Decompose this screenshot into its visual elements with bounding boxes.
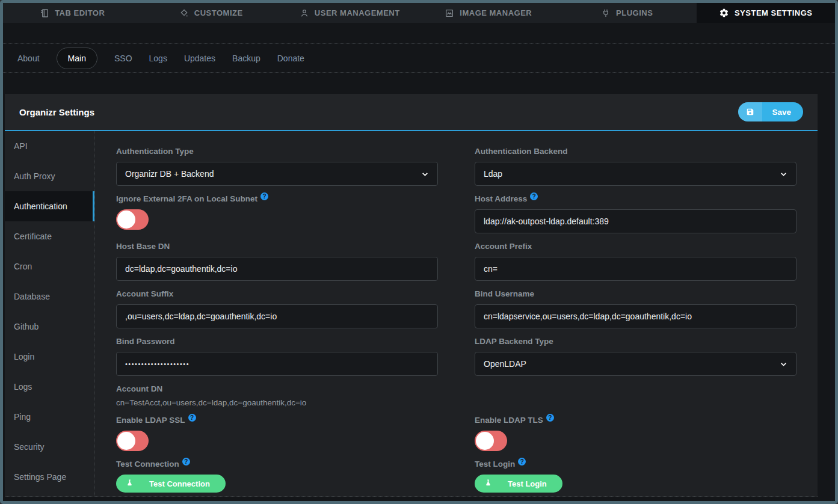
nav-label: SYSTEM SETTINGS: [735, 8, 813, 17]
field-bind-username: Bind Username: [475, 289, 796, 328]
authentication-form: Authentication Type Organizr DB + Backen…: [95, 131, 818, 496]
account-prefix-input[interactable]: [475, 257, 796, 281]
nav-system-settings[interactable]: SYSTEM SETTINGS: [697, 3, 836, 23]
field-authentication-backend: Authentication Backend Ldap: [475, 147, 796, 186]
field-label: Test Login?: [475, 459, 796, 469]
ldap-backend-type-select[interactable]: OpenLDAP: [475, 352, 796, 376]
tab-main[interactable]: Main: [57, 48, 97, 69]
button-label: Test Login: [508, 479, 547, 488]
field-label: Host Base DN: [116, 242, 438, 251]
tab-sso[interactable]: SSO: [114, 54, 132, 63]
top-navigation: TAB EDITOR CUSTOMIZE USER MANAGEMENT IMA…: [3, 3, 835, 23]
help-icon[interactable]: ?: [182, 458, 190, 466]
nav-user-management[interactable]: USER MANAGEMENT: [280, 3, 419, 23]
tab-updates[interactable]: Updates: [184, 54, 215, 63]
panel-body: API Auth Proxy Authentication Certificat…: [5, 131, 818, 496]
host-address-input[interactable]: [475, 209, 796, 233]
sidebar-item-ping[interactable]: Ping: [5, 402, 94, 432]
field-label: LDAP Backend Type: [475, 337, 796, 346]
tab-backup[interactable]: Backup: [232, 54, 260, 63]
field-account-dn: Account DN cn=TestAcct,ou=users,dc=ldap,…: [116, 384, 438, 407]
bind-password-input[interactable]: [116, 352, 438, 376]
selected-value: Organizr DB + Backend: [125, 169, 214, 179]
help-icon[interactable]: ?: [260, 192, 268, 200]
save-button[interactable]: Save: [738, 102, 803, 121]
toggle-knob: [476, 432, 494, 450]
field-host-address: Host Address?: [475, 194, 796, 233]
save-icon: [738, 102, 762, 121]
plugins-icon: [601, 8, 611, 18]
field-label: Enable LDAP SSL?: [116, 416, 438, 425]
page-title: Organizr Settings: [19, 107, 94, 117]
field-label: Enable LDAP TLS?: [475, 416, 796, 425]
app-window: TAB EDITOR CUSTOMIZE USER MANAGEMENT IMA…: [0, 0, 838, 504]
sidebar-item-settings-page[interactable]: Settings Page: [5, 462, 94, 492]
enable-ldap-ssl-toggle[interactable]: [116, 431, 149, 451]
help-icon[interactable]: ?: [518, 458, 526, 466]
field-bind-password: Bind Password: [116, 337, 438, 376]
authentication-type-select[interactable]: Organizr DB + Backend: [116, 162, 438, 186]
ignore-2fa-toggle[interactable]: [116, 209, 149, 230]
account-dn-value: cn=TestAcct,ou=users,dc=ldap,dc=goauthen…: [116, 398, 438, 407]
test-connection-button[interactable]: Test Connection: [116, 475, 226, 493]
field-label: Host Address?: [475, 194, 796, 203]
toggle-knob: [117, 211, 135, 229]
nav-plugins[interactable]: PLUGINS: [558, 3, 697, 23]
field-test-connection: Test Connection? Test Connection: [116, 459, 438, 493]
chevron-down-icon: [421, 170, 429, 178]
nav-customize[interactable]: CUSTOMIZE: [142, 3, 281, 23]
tab-editor-icon: [40, 8, 49, 18]
nav-image-manager[interactable]: IMAGE MANAGER: [419, 3, 558, 23]
button-label: Test Connection: [149, 479, 210, 488]
field-label: Account Prefix: [475, 242, 796, 251]
authentication-backend-select[interactable]: Ldap: [475, 162, 796, 186]
nav-label: USER MANAGEMENT: [315, 8, 400, 17]
tab-logs[interactable]: Logs: [149, 54, 167, 63]
help-icon[interactable]: ?: [530, 192, 538, 200]
tab-donate[interactable]: Donate: [277, 54, 304, 63]
field-test-login: Test Login? Test Login: [475, 459, 796, 493]
test-login-button[interactable]: Test Login: [475, 475, 562, 493]
field-label: Test Connection?: [116, 459, 438, 469]
sidebar-item-auth-proxy[interactable]: Auth Proxy: [5, 161, 94, 191]
field-ignore-2fa: Ignore External 2FA on Local Subnet?: [116, 194, 438, 233]
sidebar-item-authentication[interactable]: Authentication: [5, 191, 94, 221]
flask-icon: [126, 479, 134, 489]
enable-ldap-tls-toggle[interactable]: [475, 431, 507, 451]
field-enable-ldap-ssl: Enable LDAP SSL?: [116, 416, 438, 451]
help-icon[interactable]: ?: [546, 414, 554, 422]
panel-header: Organizr Settings Save: [5, 94, 818, 131]
chevron-down-icon: [780, 170, 787, 178]
sidebar-item-logs[interactable]: Logs: [5, 372, 94, 402]
field-label: Bind Password: [116, 337, 438, 346]
customize-icon: [179, 8, 189, 18]
sidebar-item-cron[interactable]: Cron: [5, 251, 94, 281]
field-label: Account Suffix: [116, 289, 438, 298]
tab-about[interactable]: About: [17, 54, 40, 63]
field-label: Authentication Backend: [475, 147, 796, 156]
sidebar-item-certificate[interactable]: Certificate: [5, 221, 94, 251]
sidebar-item-github[interactable]: Github: [5, 312, 94, 342]
sidebar-item-login[interactable]: Login: [5, 342, 94, 372]
account-suffix-input[interactable]: [116, 304, 438, 328]
field-account-suffix: Account Suffix: [116, 289, 438, 328]
selected-value: OpenLDAP: [484, 359, 526, 369]
help-icon[interactable]: ?: [188, 414, 196, 422]
field-authentication-type: Authentication Type Organizr DB + Backen…: [116, 147, 438, 186]
field-host-base-dn: Host Base DN: [116, 242, 438, 281]
flask-icon: [484, 479, 492, 489]
host-base-dn-input[interactable]: [116, 257, 438, 281]
user-management-icon: [300, 8, 309, 18]
nav-label: IMAGE MANAGER: [460, 8, 532, 17]
toggle-knob: [117, 432, 135, 450]
nav-label: TAB EDITOR: [55, 8, 105, 17]
bind-username-input[interactable]: [475, 304, 796, 328]
sidebar-item-security[interactable]: Security: [5, 432, 94, 462]
field-ldap-backend-type: LDAP Backend Type OpenLDAP: [475, 337, 796, 376]
save-label: Save: [762, 108, 803, 117]
sidebar-item-database[interactable]: Database: [5, 281, 94, 312]
nav-label: PLUGINS: [616, 8, 653, 17]
chevron-down-icon: [780, 360, 787, 368]
sidebar-item-api[interactable]: API: [5, 131, 94, 161]
nav-tab-editor[interactable]: TAB EDITOR: [3, 3, 142, 23]
